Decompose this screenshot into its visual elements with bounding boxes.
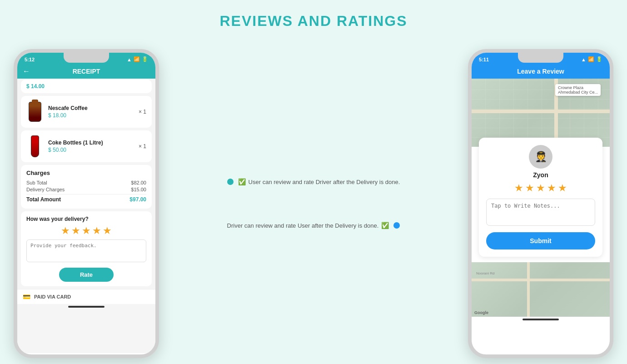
review-star-2[interactable]: ★	[525, 182, 534, 194]
review-header: Leave a Review	[472, 64, 610, 79]
content-area: 5:12 ▲ 📶 🔋 ← RECEIPT $ 14.00 Nescafe Co	[0, 43, 627, 364]
subtotal-value: $82.00	[131, 180, 146, 185]
list-item: Coke Bottles (1 Litre) $ 50.00 × 1	[21, 130, 152, 162]
item-name: Coke Bottles (1 Litre)	[48, 140, 103, 146]
review-card: 🧑‍✈️ Zyon ★ ★ ★ ★ ★ Submit	[479, 138, 602, 257]
check-icon-user: ✅	[238, 178, 246, 185]
annotation-driver-review: Driver can review and rate User after th…	[227, 222, 400, 229]
charges-title: Charges	[26, 170, 146, 176]
user-stars[interactable]: ★ ★ ★ ★ ★	[26, 225, 146, 237]
google-label: Google	[474, 310, 488, 315]
map-top: Crowne PlazaAhmedabad City Ce...	[472, 79, 610, 147]
total-label: Total Amount	[26, 196, 61, 203]
right-signal-icon: 📶	[588, 56, 594, 62]
driver-avatar: 🧑‍✈️	[529, 145, 552, 169]
item-price: $ 18.00	[48, 112, 88, 119]
total-row: Total Amount $97.00	[26, 194, 146, 203]
right-wifi-icon: ▲	[581, 57, 586, 62]
rating-question: How was your delivery?	[26, 216, 146, 222]
feedback-input[interactable]	[26, 239, 146, 262]
left-dot-user	[227, 179, 234, 185]
total-value: $97.00	[129, 196, 146, 203]
list-item: Nescafe Coffee $ 18.00 × 1	[21, 96, 152, 128]
subtotal-label: Sub Total	[26, 180, 47, 185]
right-battery-icon: 🔋	[596, 56, 602, 62]
delivery-label: Delivery Charges	[26, 187, 65, 192]
annotation-text-driver: Driver can review and rate User after th…	[227, 222, 379, 229]
subtotal-row: Sub Total $82.00	[26, 180, 146, 185]
first-price: $ 14.00	[21, 80, 152, 93]
right-dot-driver	[393, 222, 400, 229]
receipt-header: ← RECEIPT	[17, 64, 155, 79]
map-bottom-road-h	[472, 279, 610, 281]
star-5[interactable]: ★	[103, 225, 112, 237]
star-2[interactable]: ★	[71, 225, 80, 237]
review-star-1[interactable]: ★	[514, 182, 523, 194]
rating-section: How was your delivery? ★ ★ ★ ★ ★ Rate	[21, 211, 152, 286]
right-home-indicator	[522, 319, 559, 320]
back-arrow-icon[interactable]: ←	[23, 67, 30, 75]
check-icon-driver: ✅	[381, 222, 389, 229]
star-4[interactable]: ★	[92, 225, 101, 237]
receipt-title: RECEIPT	[73, 68, 100, 75]
submit-button[interactable]: Submit	[486, 232, 595, 249]
map-bottom: Google Noorani Rd	[472, 262, 610, 317]
left-time: 5:12	[25, 57, 35, 62]
review-star-4[interactable]: ★	[547, 182, 556, 194]
review-star-3[interactable]: ★	[536, 182, 545, 194]
map-bottom-road-v	[527, 262, 530, 317]
notes-input[interactable]	[486, 199, 595, 226]
item-details: Coke Bottles (1 Litre) $ 50.00	[48, 140, 103, 153]
annotation-user-review: ✅ User can review and rate Driver after …	[227, 178, 400, 185]
item-price: $ 50.00	[48, 147, 103, 153]
page-title: REVIEWS AND RATINGS	[219, 13, 407, 30]
delivery-value: $15.00	[131, 187, 146, 192]
left-phone: 5:12 ▲ 📶 🔋 ← RECEIPT $ 14.00 Nescafe Co	[14, 49, 159, 358]
coke-bottle-icon	[31, 135, 39, 157]
review-star-5[interactable]: ★	[558, 182, 567, 194]
paid-text: PAID VIA CARD	[34, 294, 71, 299]
coffee-bottle-icon	[29, 102, 41, 122]
right-time: 5:11	[479, 57, 489, 62]
coke-image	[26, 135, 44, 158]
item-details: Nescafe Coffee $ 18.00	[48, 105, 88, 119]
middle-area: ✅ User can review and rate Driver after …	[159, 178, 468, 229]
battery-icon: 🔋	[142, 56, 148, 62]
map-road-horizontal	[472, 110, 610, 113]
driver-name: Zyon	[486, 171, 595, 179]
item-qty: × 1	[139, 143, 146, 150]
signal-icon: 📶	[134, 56, 140, 62]
review-stars[interactable]: ★ ★ ★ ★ ★	[486, 182, 595, 194]
wifi-icon: ▲	[127, 57, 132, 62]
charges-section: Charges Sub Total $82.00 Delivery Charge…	[21, 165, 152, 209]
right-status-icons: ▲ 📶 🔋	[581, 56, 602, 62]
coffee-image	[26, 100, 44, 123]
rate-button[interactable]: Rate	[59, 268, 114, 282]
card-icon: 💳	[23, 293, 30, 300]
receipt-content[interactable]: $ 14.00 Nescafe Coffee $ 18.00 × 1 Coke	[17, 79, 155, 353]
annotation-text-user: User can review and rate Driver after th…	[249, 179, 400, 185]
map-street-label: Noorani Rd	[476, 271, 494, 275]
right-phone: 5:11 ▲ 📶 🔋 Leave a Review Crowne PlazaAh…	[468, 49, 613, 358]
delivery-row: Delivery Charges $15.00	[26, 187, 146, 192]
star-3[interactable]: ★	[82, 225, 91, 237]
right-phone-notch	[518, 53, 563, 63]
paid-footer: 💳 PAID VIA CARD	[17, 289, 155, 304]
left-home-indicator	[68, 306, 104, 308]
star-1[interactable]: ★	[61, 225, 70, 237]
review-title: Leave a Review	[517, 68, 564, 75]
item-name: Nescafe Coffee	[48, 105, 88, 111]
item-qty: × 1	[139, 109, 146, 115]
left-status-icons: ▲ 📶 🔋	[127, 56, 148, 62]
map-label-top: Crowne PlazaAhmedabad City Ce...	[555, 84, 601, 96]
left-phone-notch	[64, 53, 109, 63]
